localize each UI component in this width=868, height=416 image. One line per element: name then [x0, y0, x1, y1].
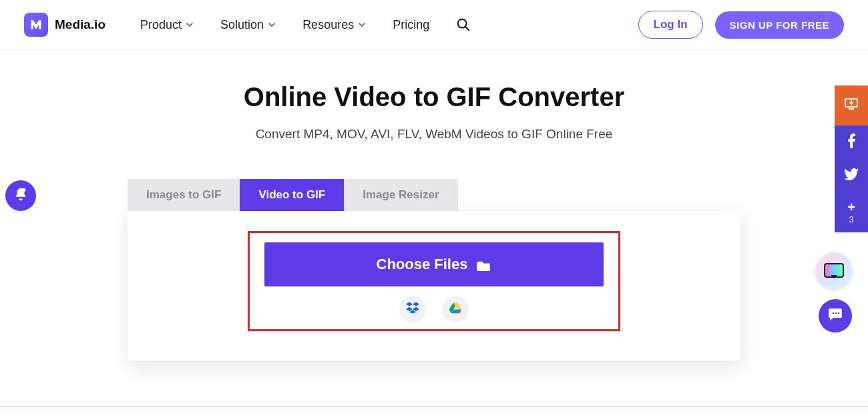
chat-support-button[interactable]: [819, 299, 852, 333]
svg-line-1: [465, 27, 469, 30]
nav-solution-label: Solution: [220, 18, 264, 32]
notifications-button[interactable]: [5, 180, 36, 211]
main-content: Online Video to GIF Converter Convert MP…: [0, 50, 868, 361]
chat-icon: [827, 306, 843, 325]
facebook-icon: [847, 134, 855, 151]
tool-tabs: Images to GIF Video to GIF Image Resizer: [128, 179, 740, 211]
download-app-button[interactable]: [835, 85, 868, 126]
share-facebook-button[interactable]: [835, 126, 868, 159]
nav-solution[interactable]: Solution: [220, 18, 276, 32]
nav-resources[interactable]: Resoures: [302, 18, 366, 32]
nav-resources-label: Resoures: [302, 18, 354, 32]
logo[interactable]: Media.io: [24, 13, 105, 37]
plus-icon: +: [847, 200, 855, 214]
login-button[interactable]: Log In: [638, 11, 703, 39]
nav-product-label: Product: [140, 18, 182, 32]
page-subtitle: Convert MP4, MOV, AVI, FLV, WebM Videos …: [0, 127, 868, 142]
tab-video-to-gif[interactable]: Video to GIF: [240, 179, 344, 211]
upload-panel: Choose Files: [128, 211, 740, 361]
twitter-icon: [844, 168, 859, 183]
google-drive-button[interactable]: [442, 296, 469, 323]
converter-panel: Images to GIF Video to GIF Image Resizer…: [128, 179, 740, 361]
share-twitter-button[interactable]: [835, 159, 868, 192]
dropbox-button[interactable]: [399, 296, 426, 323]
chevron-down-icon: [358, 21, 366, 29]
tab-image-resizer[interactable]: Image Resizer: [344, 179, 457, 211]
nav-pricing-label: Pricing: [393, 18, 429, 32]
page-title: Online Video to GIF Converter: [0, 82, 868, 112]
cloud-source-row: [264, 296, 604, 323]
share-rail: + 3: [835, 85, 868, 232]
svg-point-5: [22, 188, 26, 192]
svg-point-9: [835, 313, 837, 315]
upload-highlight-box: Choose Files: [248, 231, 620, 331]
top-nav: Media.io Product Solution Resoures Prici…: [0, 0, 868, 50]
keyboard-icon: [824, 263, 844, 278]
svg-point-8: [833, 313, 835, 315]
choose-files-button[interactable]: Choose Files: [264, 242, 604, 286]
download-icon: [843, 96, 859, 115]
logo-text: Media.io: [55, 17, 105, 32]
primary-nav: Product Solution Resoures Pricing: [140, 17, 471, 32]
share-count: 3: [849, 215, 854, 224]
logo-mark-icon: [24, 13, 48, 37]
header-actions: Log In SIGN UP FOR FREE: [638, 11, 844, 39]
search-icon[interactable]: [456, 17, 471, 32]
dropbox-icon: [406, 302, 419, 317]
chevron-down-icon: [186, 21, 194, 29]
nav-pricing[interactable]: Pricing: [393, 18, 429, 32]
nav-product[interactable]: Product: [140, 18, 194, 32]
google-drive-icon: [449, 302, 462, 317]
share-more-button[interactable]: + 3: [835, 192, 868, 232]
signup-button[interactable]: SIGN UP FOR FREE: [715, 11, 844, 39]
svg-point-10: [838, 313, 840, 315]
bell-icon: [13, 187, 28, 204]
feedback-bubble-button[interactable]: [816, 252, 852, 288]
footer-divider: [0, 406, 868, 407]
tab-images-to-gif[interactable]: Images to GIF: [128, 179, 240, 211]
chevron-down-icon: [268, 21, 276, 29]
folder-icon: [477, 258, 491, 270]
svg-rect-7: [849, 108, 854, 110]
choose-files-label: Choose Files: [377, 256, 468, 273]
